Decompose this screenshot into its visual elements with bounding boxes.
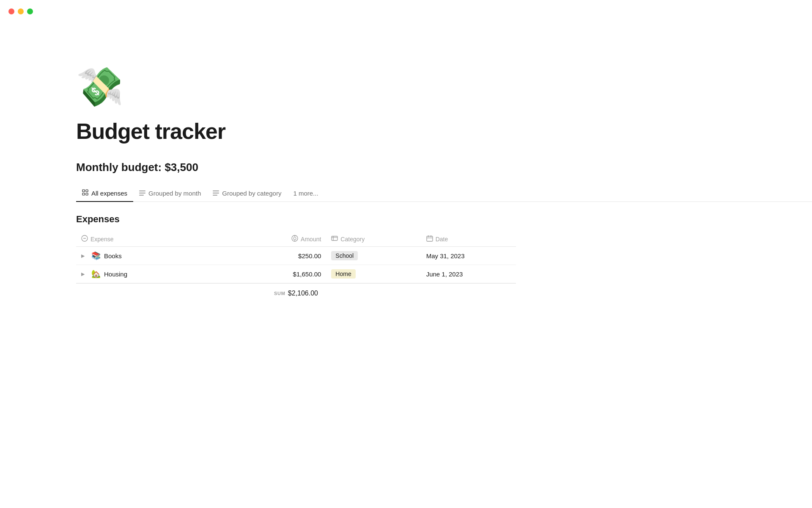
housing-date: June 1, 2023 [426,271,463,278]
tab-grouped-by-month[interactable]: Grouped by month [133,186,207,202]
svg-rect-9 [213,195,217,196]
sum-value: $2,106.00 [288,290,318,297]
tab-more-label: 1 more... [293,190,318,197]
svg-rect-0 [82,190,85,192]
svg-rect-4 [139,190,145,191]
maximize-button[interactable] [27,8,33,14]
svg-rect-2 [82,193,85,195]
books-emoji: 📚 [91,251,101,260]
category-col-icon [331,235,338,243]
list-icon-1 [139,190,145,197]
date-col-label: Date [436,236,448,243]
minimize-button[interactable] [18,8,24,14]
books-amount: $250.00 [298,252,321,260]
svg-rect-7 [213,190,219,191]
tab-more[interactable]: 1 more... [287,186,324,202]
sum-row: SUM $2,106.00 [76,283,516,303]
svg-point-13 [294,237,296,240]
expense-col-label: Expense [91,236,113,243]
svg-rect-1 [86,190,88,192]
housing-emoji: 🏡 [91,269,101,279]
date-col-icon [426,235,433,243]
row-toggle-books[interactable]: ▶ [81,253,85,259]
books-name: Books [104,252,122,260]
close-button[interactable] [8,8,14,14]
section-title: Expenses [76,214,516,225]
table-row: ▶ 🏡 Housing $1,650.00 Home June 1, 2023 [76,265,516,283]
housing-amount: $1,650.00 [293,271,321,278]
svg-rect-16 [332,236,337,240]
category-col-label: Category [340,236,365,243]
svg-rect-19 [427,236,433,241]
svg-rect-3 [86,193,88,195]
traffic-lights [8,8,33,14]
page-icon: 💸 [76,68,812,106]
list-icon-2 [213,190,219,197]
monthly-budget: Monthly budget: $3,500 [76,161,812,174]
books-date: May 31, 2023 [426,252,465,260]
amount-col-label: Amount [301,236,321,243]
amount-col-icon [291,235,298,243]
svg-rect-8 [213,193,219,193]
expense-col-icon [81,235,88,243]
tab-grouped-by-category-label: Grouped by category [222,190,281,197]
page-title: Budget tracker [76,119,812,144]
books-category-badge[interactable]: School [331,251,358,260]
expenses-section: Expenses Expense [76,214,516,303]
tab-all-expenses-label: All expenses [91,190,127,197]
housing-name: Housing [104,271,127,278]
tab-grouped-by-category[interactable]: Grouped by category [207,186,287,202]
sum-label: SUM [274,291,285,296]
table-row: ▶ 📚 Books $250.00 School May 31, 2023 [76,247,516,265]
row-toggle-housing[interactable]: ▶ [81,271,85,277]
tabs-bar: All expenses Grouped by month Grouped [76,186,812,202]
tab-grouped-by-month-label: Grouped by month [148,190,201,197]
expense-table: Expense [76,232,516,283]
tab-all-expenses[interactable]: All expenses [76,186,133,202]
housing-category-badge[interactable]: Home [331,269,355,279]
svg-rect-6 [139,195,144,196]
svg-rect-5 [139,193,145,193]
grid-icon [82,189,88,197]
